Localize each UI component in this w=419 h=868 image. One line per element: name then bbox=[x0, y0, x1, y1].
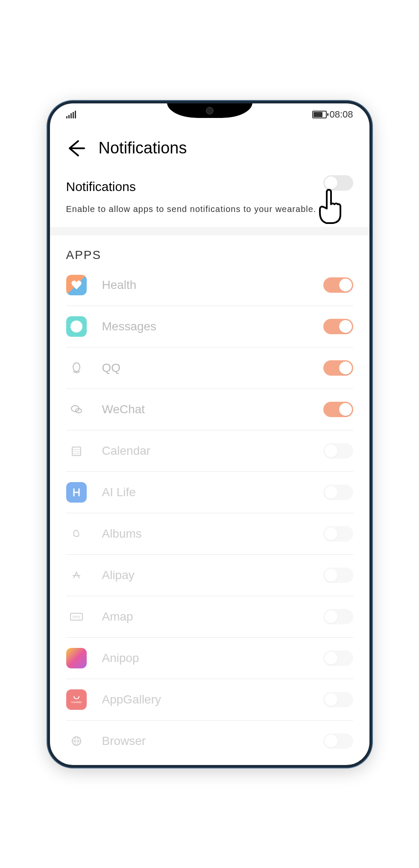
messages-icon bbox=[66, 316, 87, 337]
signal-icon bbox=[66, 111, 76, 118]
svg-text:PPS: PPS bbox=[72, 615, 80, 619]
app-row-qq[interactable]: QQ bbox=[66, 347, 353, 389]
app-label: Calendar bbox=[102, 444, 308, 458]
app-toggle-wechat[interactable] bbox=[323, 402, 353, 417]
master-toggle-description: Enable to allow apps to send notificatio… bbox=[66, 204, 353, 214]
qq-icon bbox=[66, 358, 87, 378]
app-toggle-anipop[interactable] bbox=[323, 650, 353, 666]
app-row-amap[interactable]: PPS Amap bbox=[66, 596, 353, 638]
page-title: Notifications bbox=[99, 139, 187, 157]
section-divider bbox=[50, 227, 369, 235]
status-time: 08:08 bbox=[329, 109, 353, 120]
calendar-icon bbox=[66, 441, 87, 461]
pointer-hand-icon bbox=[314, 188, 344, 227]
app-label: QQ bbox=[102, 361, 308, 375]
svg-text:HUAWEI: HUAWEI bbox=[71, 701, 82, 703]
app-toggle-albums[interactable] bbox=[323, 526, 353, 541]
apps-section-title: APPS bbox=[50, 235, 369, 271]
back-arrow-icon[interactable] bbox=[66, 138, 86, 158]
app-row-browser[interactable]: Browser bbox=[66, 721, 353, 762]
app-toggle-appgallery[interactable] bbox=[323, 692, 353, 707]
app-toggle-messages[interactable] bbox=[323, 319, 353, 334]
app-label: Alipay bbox=[102, 568, 308, 582]
app-label: AppGallery bbox=[102, 693, 308, 706]
ailife-icon bbox=[66, 482, 87, 503]
app-label: Browser bbox=[102, 734, 308, 748]
app-toggle-alipay[interactable] bbox=[323, 568, 353, 583]
svg-rect-3 bbox=[72, 447, 81, 456]
status-right: 08:08 bbox=[312, 109, 353, 120]
app-row-wechat[interactable]: WeChat bbox=[66, 389, 353, 430]
app-toggle-health[interactable] bbox=[323, 277, 353, 293]
page-header: Notifications bbox=[50, 126, 369, 175]
app-row-health[interactable]: Health bbox=[66, 271, 353, 306]
battery-icon bbox=[312, 111, 327, 118]
app-label: Anipop bbox=[102, 651, 308, 665]
app-row-alipay[interactable]: Alipay bbox=[66, 555, 353, 596]
app-label: AI Life bbox=[102, 485, 308, 499]
app-row-anipop[interactable]: Anipop bbox=[66, 638, 353, 679]
app-row-calendar[interactable]: Calendar bbox=[66, 430, 353, 472]
app-row-messages[interactable]: Messages bbox=[66, 306, 353, 347]
app-label: Albums bbox=[102, 527, 308, 541]
albums-icon bbox=[66, 524, 87, 544]
app-row-albums[interactable]: Albums bbox=[66, 513, 353, 555]
app-toggle-amap[interactable] bbox=[323, 609, 353, 624]
app-label: WeChat bbox=[102, 403, 308, 416]
alipay-icon bbox=[66, 565, 87, 586]
svg-point-0 bbox=[73, 363, 80, 371]
apps-list: Health Messages QQ WeChat bbox=[50, 271, 369, 762]
app-toggle-qq[interactable] bbox=[323, 360, 353, 376]
master-toggle-section: Notifications Enable to allow apps to se… bbox=[50, 175, 369, 227]
anipop-icon bbox=[66, 648, 87, 668]
browser-icon bbox=[66, 731, 87, 751]
wechat-icon bbox=[66, 399, 87, 420]
app-toggle-calendar[interactable] bbox=[323, 443, 353, 459]
screen: 08:08 Notifications Notifications Enable… bbox=[50, 103, 369, 765]
app-label: Amap bbox=[102, 610, 308, 624]
app-toggle-ailife[interactable] bbox=[323, 485, 353, 500]
app-row-appgallery[interactable]: HUAWEI AppGallery bbox=[66, 679, 353, 721]
app-label: Messages bbox=[102, 320, 308, 333]
health-icon bbox=[66, 275, 87, 295]
app-row-ailife[interactable]: AI Life bbox=[66, 472, 353, 513]
appgallery-icon: HUAWEI bbox=[66, 689, 87, 710]
amap-icon: PPS bbox=[66, 606, 87, 627]
master-toggle-label: Notifications bbox=[66, 179, 353, 194]
phone-frame: 08:08 Notifications Notifications Enable… bbox=[47, 101, 372, 768]
app-label: Health bbox=[102, 278, 308, 292]
app-toggle-browser[interactable] bbox=[323, 733, 353, 749]
